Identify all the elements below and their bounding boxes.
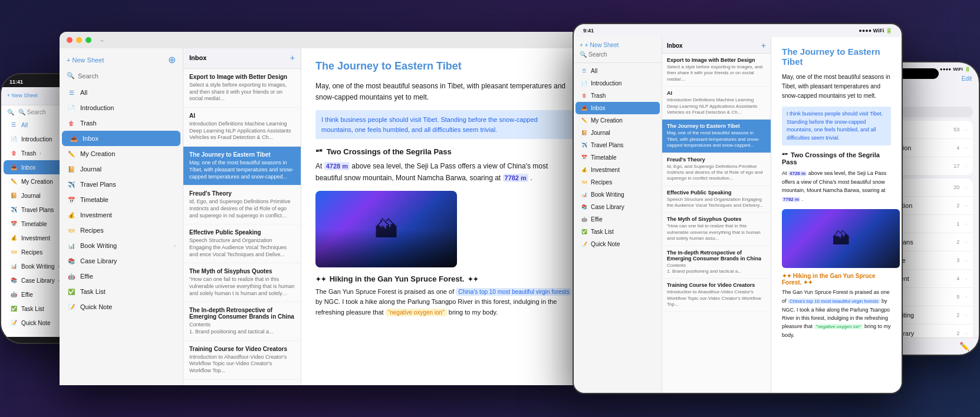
- sidebar-label-mycreation: My Creation: [21, 178, 53, 185]
- ipad-sidebar-journal[interactable]: 📔 Journal: [575, 127, 660, 139]
- ipad-note-item-2-body: May, one of the most beautiful seasons i…: [667, 130, 766, 148]
- ipad-sidebar-all[interactable]: ☰ All: [575, 65, 660, 77]
- ipad-sidebar-timetable[interactable]: 📅 Timetable: [575, 151, 660, 164]
- iphone-right-timetable-chevron: ›: [965, 258, 967, 263]
- ipad-label-quicknote: Quick Note: [591, 241, 620, 247]
- ipad-sidebar-trash[interactable]: 🗑 Trash: [575, 90, 660, 102]
- sidebar-label-tasklist: Task List: [21, 306, 44, 312]
- ipad-add-note-btn[interactable]: +: [761, 41, 766, 50]
- titlebar-collapse[interactable]: ←: [100, 37, 106, 44]
- mac-sidebar-item-caselibrary[interactable]: 📚 Case Library: [60, 253, 183, 269]
- iphone-right-status-icons: ●●●● WiFi 🔋: [940, 67, 971, 72]
- mycreation-icon: ✏️: [9, 177, 18, 186]
- ipad-sidebar-travelplans[interactable]: ✈️ Travel Plans: [575, 139, 660, 151]
- mac-sidebar-item-investment[interactable]: 💰 Investment: [60, 207, 183, 223]
- mac-sidebar-item-inbox[interactable]: 📥 Inbox: [62, 131, 180, 146]
- iphone-right-investment-count: 4: [956, 276, 959, 282]
- iphone-left-new-sheet[interactable]: + New Sheet: [7, 92, 38, 98]
- mac-detail-section3: ✦✦ Hiking in the Gan Yun Spruce Forest. …: [315, 274, 576, 283]
- ipad-label-inbox: Inbox: [591, 105, 605, 111]
- mac-sidebar-item-quicknote[interactable]: 📝 Quick Note: [60, 299, 183, 315]
- note-item-4[interactable]: Effective Public Speaking Speech Structu…: [183, 224, 301, 263]
- note-item-1[interactable]: AI Introduction Definitions Machine Lear…: [183, 108, 301, 147]
- note-item-2[interactable]: The Journey to Eastern Tibet May, one of…: [183, 147, 301, 186]
- mac-add-note-btn[interactable]: +: [290, 53, 295, 62]
- mac-label-introduction: Introduction: [80, 104, 114, 111]
- mac-tag1: China's top 10 most beautiful virgin for…: [456, 288, 571, 296]
- ipad-label-caselibrary: Case Library: [591, 204, 624, 210]
- mac-sidebar-item-bookwriting[interactable]: 📊 Book Writing ›: [60, 238, 183, 253]
- ipad-plus-icon: +: [580, 42, 583, 48]
- sidebar-label-all: All: [21, 122, 28, 128]
- iphone-right-all-chevron: ›: [965, 127, 967, 133]
- sidebar-label-bookwriting: Book Writing: [21, 263, 55, 270]
- sidebar-label-caselibrary: Case Library: [21, 277, 55, 284]
- ipad-note-item-6-body: Contents1. Brand positioning and tactica…: [667, 263, 766, 275]
- mac-sidebar-item-recipes[interactable]: 🍽 Recipes: [60, 223, 183, 238]
- mac-label-bookwriting: Book Writing: [80, 242, 117, 249]
- ipad-sidebar-tasklist[interactable]: ✅ Task List: [575, 226, 660, 238]
- ipad-detail-body1: May, one of the most beautiful seasons i…: [782, 72, 891, 101]
- ipad-sidebar-mycreation[interactable]: ✏️ My Creation: [575, 114, 660, 127]
- ipad-num1: 4728 m: [788, 171, 807, 176]
- mac-label-caselibrary: Case Library: [80, 257, 117, 264]
- mac-sidebar-item-mycreation[interactable]: ✏️ My Creation: [60, 146, 183, 161]
- mac-sidebar-item-introduction[interactable]: 📄 Introduction: [60, 100, 183, 115]
- mac-sidebar-item-timetable[interactable]: 📅 Timetable: [60, 192, 183, 207]
- ipad-sidebar-recipes[interactable]: 🍽 Recipes: [575, 176, 660, 188]
- mac-sidebar-search[interactable]: 🔍 Search: [60, 69, 183, 82]
- ipad-note-item-6[interactable]: The In-depth Retrospective of Emerging C…: [662, 246, 771, 279]
- note-item-4-body: Speech Structure and Organization Engagi…: [189, 237, 295, 258]
- ipad-note-item-4[interactable]: Effective Public Speaking Speech Structu…: [662, 186, 771, 213]
- ipad-tasklist-icon: ✅: [580, 228, 588, 236]
- section2-icon: ❝❞: [315, 148, 323, 155]
- note-item-7[interactable]: Training Course for Video Creators Intro…: [183, 341, 301, 380]
- iphone-right-compose-icon[interactable]: ✏️: [959, 342, 969, 348]
- ipad-note-item-5[interactable]: The Myth of Sisyphus Quotes "How can one…: [662, 213, 771, 246]
- mac-sidebar-item-trash[interactable]: 🗑 Trash: [60, 115, 183, 131]
- ipad-sidebar-quicknote[interactable]: 📝 Quick Note: [575, 238, 660, 250]
- ipad-mycreation-icon: ✏️: [580, 117, 588, 124]
- traffic-yellow[interactable]: [76, 37, 82, 43]
- ipad-note-item-1[interactable]: AI Introduction Definitions Machine Lear…: [662, 87, 771, 120]
- ipad-bookwriting-icon: 📊: [580, 191, 588, 198]
- ipad-sidebar-header: + + New Sheet 🔍 Search: [574, 37, 662, 63]
- note-item-0[interactable]: Export to Image with Better Design Selec…: [183, 69, 301, 108]
- ipad-sidebar-inbox[interactable]: 📥 Inbox: [575, 102, 660, 114]
- ipad-note-item-7[interactable]: Training Course for Video Creators Intro…: [662, 279, 771, 312]
- mac-sidebar-item-effie[interactable]: 🤖 Effie: [60, 269, 183, 284]
- note-item-6[interactable]: The In-depth Retrospective of Emerging C…: [183, 302, 301, 340]
- mac-num1: 4728 m: [324, 162, 350, 170]
- note-item-3[interactable]: Freud's Theory Id, Ego, and Superego Def…: [183, 186, 301, 224]
- all-icon: ☰: [9, 121, 18, 129]
- iphone-right-journal-count: 1: [956, 221, 959, 227]
- ipad-detail: The Journey to Eastern Tibet May, one of…: [771, 37, 902, 393]
- ipad-note-item-2[interactable]: The Journey to Eastern Tibet May, one of…: [662, 120, 771, 153]
- ipad-new-sheet-btn[interactable]: + + New Sheet: [580, 42, 656, 48]
- ipad-sidebar-effie[interactable]: 🤖 Effie: [575, 213, 660, 226]
- ipad-sidebar-caselibrary[interactable]: 📚 Case Library: [575, 201, 660, 213]
- mac-sidebar-item-journal[interactable]: 📔 Journal: [60, 161, 183, 177]
- iphone-right-edit-btn[interactable]: Edit: [962, 75, 972, 82]
- traffic-green[interactable]: [85, 37, 91, 43]
- ipad-detail-image: [782, 209, 900, 268]
- ipad-label-timetable: Timetable: [591, 154, 617, 161]
- mac-new-sheet-circle[interactable]: ⊕: [168, 54, 176, 65]
- mac-detail-section2: ❝❞ Two Crossings of the Segrila Pass: [315, 147, 576, 156]
- mac-sidebar-item-travelplans[interactable]: ✈️ Travel Plans: [60, 177, 183, 192]
- traffic-red[interactable]: [67, 37, 73, 43]
- mac-new-sheet-btn[interactable]: + New Sheet: [67, 57, 104, 64]
- ipad-note-item-0[interactable]: Export to Image with Better Design Selec…: [662, 54, 771, 87]
- note-item-5[interactable]: The Myth of Sisyphus Quotes "How can one…: [183, 263, 301, 302]
- ipad-sidebar-investment[interactable]: 💰 Investment: [575, 164, 660, 176]
- ipad-sidebar-introduction[interactable]: 📄 Introduction: [575, 77, 660, 90]
- ipad-search[interactable]: 🔍 Search: [580, 51, 656, 58]
- iphone-left-time: 11:41: [9, 79, 23, 85]
- ipad-note-item-0-body: Select a style before exporting to image…: [667, 64, 766, 82]
- ipad-sidebar-bookwriting[interactable]: 📊 Book Writing: [575, 188, 660, 201]
- sidebar-label-introduction: Introduction: [21, 136, 52, 143]
- ipad-note-item-3[interactable]: Freud's Theory Id, Ego, and Superego Def…: [662, 153, 771, 186]
- sidebar-label-timetable: Timetable: [21, 221, 47, 227]
- mac-sidebar-item-tasklist[interactable]: ✅ Task List: [60, 284, 183, 299]
- mac-sidebar-item-all[interactable]: ☰ All: [60, 85, 183, 100]
